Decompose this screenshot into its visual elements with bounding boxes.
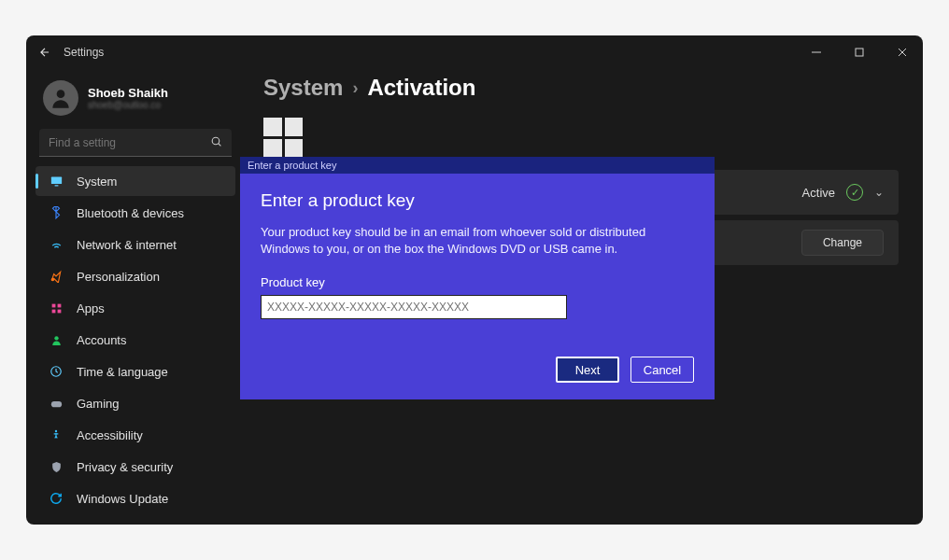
titlebar: Settings: [26, 35, 923, 69]
sidebar-item-label: Gaming: [77, 397, 120, 411]
maximize-button[interactable]: [843, 39, 876, 65]
monitor-icon: [49, 174, 64, 189]
user-email: shoeb@outloo.co: [88, 100, 168, 110]
product-key-label: Product key: [261, 275, 694, 289]
sidebar-item-label: Windows Update: [77, 492, 168, 506]
user-name: Shoeb Shaikh: [88, 86, 168, 100]
close-button[interactable]: [885, 39, 919, 65]
svg-point-4: [57, 90, 65, 98]
person-icon: [49, 332, 64, 347]
svg-rect-1: [856, 49, 863, 56]
edition-row: [263, 118, 899, 157]
change-button[interactable]: Change: [801, 230, 884, 256]
breadcrumb-parent[interactable]: System: [263, 75, 343, 101]
dialog-body: Enter a product key Your product key sho…: [240, 174, 715, 399]
update-icon: [49, 491, 64, 506]
sidebar-item-label: Personalization: [77, 270, 160, 284]
svg-rect-13: [57, 309, 61, 313]
svg-line-6: [219, 143, 221, 146]
product-key-dialog: Enter a product key Enter a product key …: [240, 157, 715, 399]
back-button[interactable]: [32, 39, 58, 65]
sidebar-item-gaming[interactable]: Gaming: [35, 388, 235, 418]
sidebar-item-accessibility[interactable]: Accessibility: [35, 420, 235, 450]
nav: System Bluetooth & devices Network & int…: [34, 166, 237, 513]
sidebar-item-system[interactable]: System: [35, 166, 235, 196]
accessibility-icon: [49, 427, 64, 442]
sidebar-item-label: Time & language: [77, 365, 168, 379]
chevron-down-icon: ⌄: [874, 186, 884, 199]
dialog-description: Your product key should be in an email f…: [261, 224, 694, 257]
svg-rect-12: [51, 309, 55, 313]
sidebar-item-label: Apps: [77, 301, 105, 315]
breadcrumb-current: Activation: [367, 75, 475, 101]
sidebar-item-network[interactable]: Network & internet: [35, 230, 235, 259]
search-input[interactable]: [49, 136, 210, 149]
svg-rect-11: [57, 303, 61, 307]
status-label: Active: [802, 186, 835, 200]
svg-rect-8: [54, 185, 58, 186]
profile-text: Shoeb Shaikh shoeb@outloo.co: [88, 86, 168, 110]
sidebar-item-time-language[interactable]: Time & language: [35, 357, 235, 386]
sidebar-item-label: Privacy & security: [77, 460, 173, 474]
sidebar-item-label: Network & internet: [77, 238, 177, 252]
svg-point-14: [54, 336, 58, 340]
svg-point-17: [55, 430, 57, 432]
product-key-input[interactable]: [261, 295, 567, 319]
sidebar-item-label: Accounts: [77, 333, 126, 347]
bluetooth-icon: [49, 205, 64, 220]
window-controls: [800, 39, 919, 65]
search-icon: [210, 135, 222, 150]
check-circle-icon: ✓: [846, 184, 863, 201]
sidebar: Shoeb Shaikh shoeb@outloo.co System: [30, 69, 241, 525]
dialog-heading: Enter a product key: [261, 190, 694, 211]
avatar: [43, 80, 78, 116]
settings-window: Settings Shoeb Shaikh shoeb@outloo.co: [26, 35, 923, 525]
sidebar-item-apps[interactable]: Apps: [35, 293, 235, 323]
windows-logo-icon: [263, 118, 303, 157]
next-button[interactable]: Next: [556, 357, 619, 383]
sidebar-item-bluetooth[interactable]: Bluetooth & devices: [35, 198, 235, 228]
cancel-button[interactable]: Cancel: [630, 357, 694, 383]
chevron-right-icon: ›: [352, 78, 358, 98]
dialog-buttons: Next Cancel: [261, 357, 694, 383]
svg-rect-7: [50, 176, 61, 184]
sidebar-item-label: Bluetooth & devices: [77, 206, 184, 220]
profile[interactable]: Shoeb Shaikh shoeb@outloo.co: [34, 77, 237, 129]
brush-icon: [49, 269, 64, 284]
shield-icon: [49, 459, 64, 474]
sidebar-item-accounts[interactable]: Accounts: [35, 325, 235, 355]
sidebar-item-label: Accessibility: [77, 428, 143, 442]
sidebar-item-privacy[interactable]: Privacy & security: [35, 452, 235, 482]
svg-point-9: [51, 278, 55, 282]
svg-rect-10: [51, 303, 55, 307]
minimize-button[interactable]: [800, 39, 833, 65]
breadcrumb: System › Activation: [263, 75, 899, 101]
dialog-titlebar: Enter a product key: [240, 157, 715, 174]
grid-icon: [49, 301, 64, 315]
sidebar-item-update[interactable]: Windows Update: [35, 483, 235, 513]
svg-rect-16: [50, 401, 61, 407]
gamepad-icon: [49, 396, 64, 411]
sidebar-item-personalization[interactable]: Personalization: [35, 261, 235, 291]
app-title: Settings: [64, 46, 104, 59]
wifi-icon: [49, 237, 64, 252]
svg-point-5: [212, 137, 220, 145]
search-box[interactable]: [39, 129, 232, 157]
sidebar-item-label: System: [77, 175, 117, 189]
clock-icon: [49, 364, 64, 379]
